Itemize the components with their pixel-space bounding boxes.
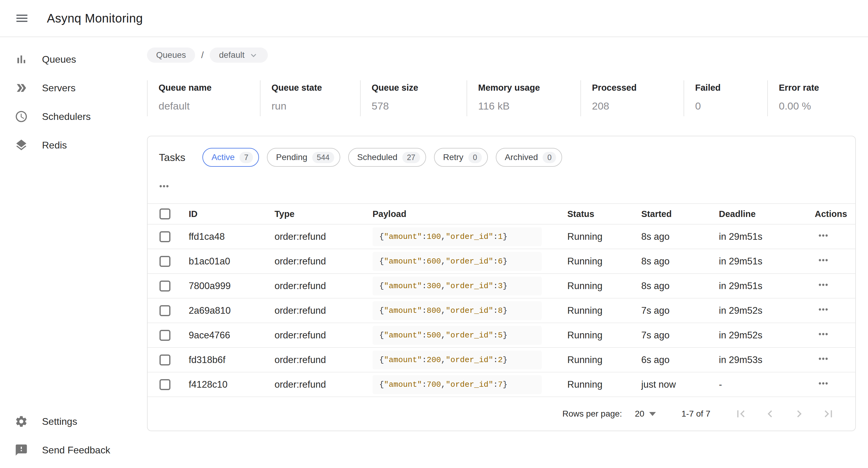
sidebar-item-settings[interactable]: Settings: [0, 407, 147, 436]
bulk-actions-more-icon[interactable]: [157, 180, 171, 193]
task-deadline: in 29m52s: [719, 298, 815, 323]
task-deadline: in 29m51s: [719, 274, 815, 298]
task-id: b1ac01a0: [189, 249, 275, 274]
stat-value: 116 kB: [478, 100, 577, 112]
row-checkbox[interactable]: [159, 305, 170, 316]
select-all-checkbox[interactable]: [159, 209, 170, 219]
row-checkbox[interactable]: [159, 281, 170, 291]
app-title: Asynq Monitoring: [47, 11, 143, 25]
task-deadline: -: [719, 372, 815, 397]
tasks-table-body: ffd1ca48order:refund{"amount":100,"order…: [148, 224, 855, 397]
queue-stats-bar: Queue name default Queue state run Queue…: [147, 80, 868, 116]
row-checkbox[interactable]: [159, 231, 170, 242]
next-page-button[interactable]: [785, 407, 814, 421]
sidebar-item-queues[interactable]: Queues: [0, 45, 147, 74]
first-page-button[interactable]: [726, 407, 755, 421]
task-status: Running: [567, 298, 641, 323]
stat-label: Error rate: [779, 83, 853, 93]
sidebar-item-schedulers[interactable]: Schedulers: [0, 102, 147, 131]
tasks-title: Tasks: [159, 152, 185, 163]
column-header-id: ID: [189, 204, 275, 224]
tab-archived[interactable]: Archived 0: [496, 148, 562, 167]
task-id: 9ace4766: [189, 323, 275, 347]
column-header-started: Started: [641, 204, 719, 224]
tab-active[interactable]: Active 7: [203, 148, 259, 167]
tab-count-badge: 27: [402, 152, 420, 163]
row-actions-more-icon[interactable]: [815, 352, 830, 366]
tab-count-badge: 544: [312, 152, 334, 163]
table-row: 7800a999order:refund{"amount":300,"order…: [148, 274, 855, 298]
tab-label: Scheduled: [357, 152, 398, 162]
pagination-range: 1-7 of 7: [681, 409, 710, 419]
row-actions-more-icon[interactable]: [815, 253, 830, 267]
task-payload: {"amount":500,"order_id":5}: [373, 326, 542, 345]
column-header-type: Type: [275, 204, 373, 224]
tab-label: Active: [212, 152, 235, 162]
table-row: f4128c10order:refund{"amount":700,"order…: [148, 372, 855, 397]
tab-pending[interactable]: Pending 544: [267, 148, 340, 167]
sidebar-item-label: Send Feedback: [42, 444, 110, 456]
double-arrow-icon: [14, 81, 28, 95]
task-started: 7s ago: [641, 323, 719, 347]
row-actions-more-icon[interactable]: [815, 327, 830, 341]
stat-queue-size: Queue size 578: [360, 80, 467, 116]
dropdown-arrow-icon: [649, 412, 656, 416]
row-checkbox[interactable]: [159, 354, 170, 366]
sidebar-item-redis[interactable]: Redis: [0, 131, 147, 159]
row-checkbox[interactable]: [159, 330, 170, 341]
stat-value: 208: [592, 100, 681, 112]
task-id: 2a69a810: [189, 298, 275, 323]
task-started: 6s ago: [641, 347, 719, 372]
breadcrumb: Queues / default: [147, 48, 868, 63]
tab-label: Archived: [505, 152, 538, 162]
row-actions-more-icon[interactable]: [815, 377, 830, 390]
task-payload: {"amount":300,"order_id":3}: [373, 277, 542, 295]
row-actions-more-icon[interactable]: [815, 278, 830, 291]
row-actions-more-icon[interactable]: [815, 229, 830, 242]
tab-scheduled[interactable]: Scheduled 27: [348, 148, 426, 167]
task-deadline: in 29m53s: [719, 347, 815, 372]
stat-label: Queue name: [159, 83, 257, 93]
last-page-button[interactable]: [814, 407, 843, 421]
stat-error-rate: Error rate 0.00 %: [767, 80, 856, 116]
task-type: order:refund: [275, 372, 373, 397]
task-status: Running: [567, 372, 641, 397]
sidebar-item-send-feedback[interactable]: Send Feedback: [0, 436, 147, 464]
tab-count-badge: 7: [240, 152, 253, 163]
table-row: ffd1ca48order:refund{"amount":100,"order…: [148, 224, 855, 249]
task-payload: {"amount":100,"order_id":1}: [373, 227, 542, 246]
task-started: just now: [641, 372, 719, 397]
stat-queue-state: Queue state run: [260, 80, 360, 116]
stat-failed: Failed 0: [684, 80, 767, 116]
sidebar-footer: Settings Send Feedback: [0, 407, 147, 468]
sidebar-item-label: Settings: [42, 416, 77, 427]
task-deadline: in 29m52s: [719, 323, 815, 347]
column-header-deadline: Deadline: [719, 204, 815, 224]
task-id: f4128c10: [189, 372, 275, 397]
hamburger-menu-icon[interactable]: [14, 11, 29, 26]
breadcrumb-current-label: default: [219, 50, 244, 60]
task-deadline: in 29m51s: [719, 224, 815, 249]
stat-value: 0.00 %: [779, 100, 853, 112]
task-started: 8s ago: [641, 274, 719, 298]
stat-label: Queue size: [372, 83, 464, 93]
main-content: Queues / default Queue name default Queu…: [147, 37, 868, 468]
breadcrumb-queue-select[interactable]: default: [210, 48, 268, 63]
rows-per-page-select[interactable]: 20: [635, 409, 656, 419]
gear-icon: [14, 415, 28, 428]
task-status: Running: [567, 323, 641, 347]
clock-icon: [14, 110, 28, 123]
task-type: order:refund: [275, 274, 373, 298]
breadcrumb-queues-chip[interactable]: Queues: [147, 48, 195, 63]
row-checkbox[interactable]: [159, 379, 170, 390]
previous-page-button[interactable]: [755, 407, 785, 421]
table-header-row: ID Type Payload Status Started Deadline …: [148, 204, 855, 224]
sidebar-item-servers[interactable]: Servers: [0, 74, 147, 102]
tab-retry[interactable]: Retry 0: [434, 148, 488, 167]
stat-label: Memory usage: [478, 83, 577, 93]
row-checkbox[interactable]: [159, 256, 170, 267]
task-payload: {"amount":600,"order_id":6}: [373, 252, 542, 271]
task-payload: {"amount":800,"order_id":8}: [373, 301, 542, 320]
stat-processed: Processed 208: [580, 80, 684, 116]
row-actions-more-icon[interactable]: [815, 303, 830, 316]
